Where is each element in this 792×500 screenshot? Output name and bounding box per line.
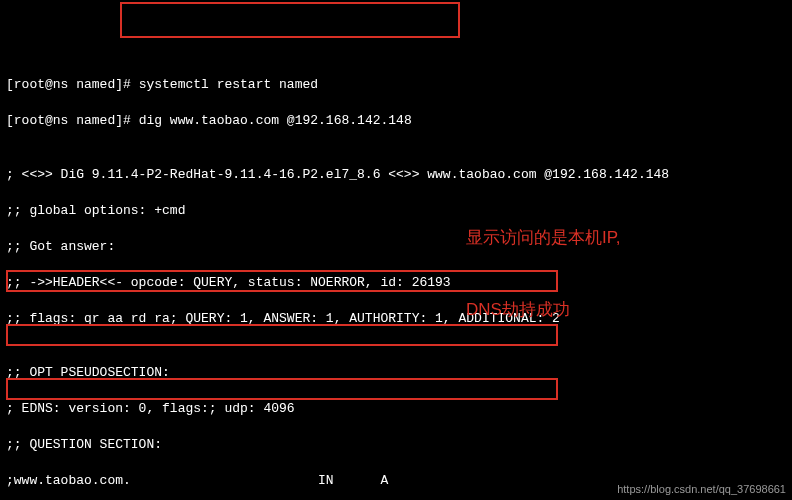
watermark: https://blog.csdn.net/qq_37698661 bbox=[617, 480, 786, 498]
command-2[interactable]: dig www.taobao.com @192.168.142.148 bbox=[139, 113, 412, 128]
command-1[interactable]: systemctl restart named bbox=[139, 77, 318, 92]
dig-output: ;; Got answer: bbox=[6, 238, 786, 256]
question-section-header: ;; QUESTION SECTION: bbox=[6, 436, 786, 454]
dig-output: ; EDNS: version: 0, flags:; udp: 4096 bbox=[6, 400, 786, 418]
annotation-line-2: DNS劫持成功 bbox=[466, 298, 621, 322]
annotation-line-1: 显示访问的是本机IP, bbox=[466, 226, 621, 250]
dig-output: ;; flags: qr aa rd ra; QUERY: 1, ANSWER:… bbox=[6, 310, 786, 328]
dig-output: ;; ->>HEADER<<- opcode: QUERY, status: N… bbox=[6, 274, 786, 292]
opt-pseudosection-header: ;; OPT PSEUDOSECTION: bbox=[6, 364, 786, 382]
highlight-box-commands bbox=[120, 2, 460, 38]
dig-header: ; <<>> DiG 9.11.4-P2-RedHat-9.11.4-16.P2… bbox=[6, 166, 786, 184]
dig-output: ;; global options: +cmd bbox=[6, 202, 786, 220]
annotation-callout: 显示访问的是本机IP, DNS劫持成功 bbox=[466, 178, 621, 346]
terminal-line: [root@ns named]# dig www.taobao.com @192… bbox=[6, 112, 786, 130]
shell-prompt: [root@ns named]# bbox=[6, 113, 131, 128]
terminal-line: [root@ns named]# systemctl restart named bbox=[6, 76, 786, 94]
shell-prompt: [root@ns named]# bbox=[6, 77, 131, 92]
